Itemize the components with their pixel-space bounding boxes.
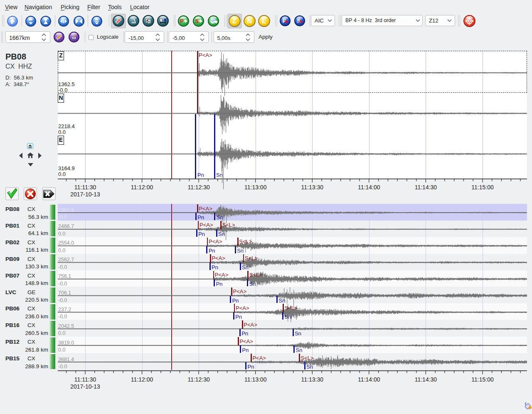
- svg-text:S: S: [195, 18, 199, 24]
- svg-text:P: P: [180, 18, 184, 24]
- svg-text:Z: Z: [232, 17, 236, 25]
- svg-text:c: c: [148, 20, 150, 23]
- svg-text:N: N: [247, 17, 252, 25]
- svg-text:A: A: [146, 19, 148, 22]
- svg-text:E: E: [262, 17, 266, 25]
